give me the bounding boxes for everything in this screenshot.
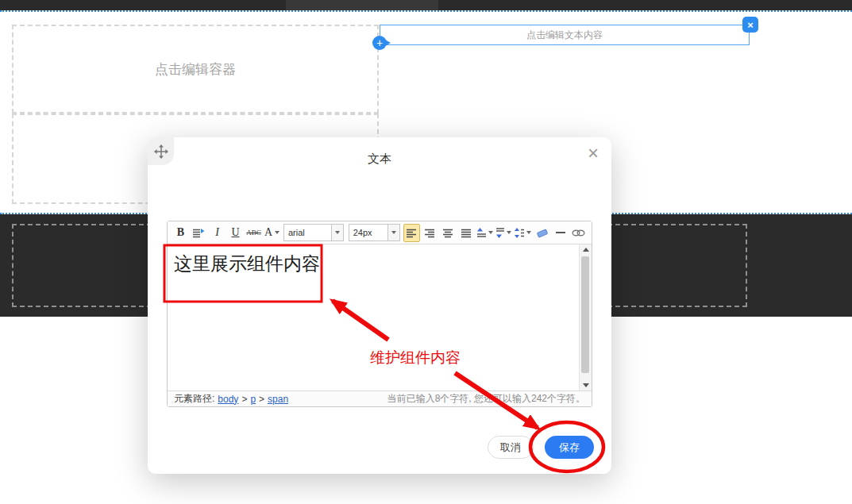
element-path: 元素路径: body > p > span	[174, 392, 288, 406]
paragraph-spacing-top-icon	[477, 228, 486, 238]
horizontal-rule-button[interactable]	[552, 224, 569, 242]
caret-down-icon	[526, 231, 531, 234]
scroll-up-button[interactable]	[580, 244, 592, 255]
save-button[interactable]: 保存	[545, 436, 594, 459]
link-icon	[572, 229, 585, 237]
indent-icon	[193, 228, 205, 238]
justify-button[interactable]	[458, 224, 475, 242]
align-right-icon	[425, 228, 435, 238]
horizontal-rule-icon	[556, 232, 565, 233]
text-edit-dialog: 文本 × 内容编辑 B I U ABC A arial 24px	[148, 137, 611, 474]
rich-text-editor: B I U ABC A arial 24px	[167, 221, 592, 407]
dialog-close-button[interactable]: ×	[588, 144, 599, 163]
cancel-button[interactable]: 取消	[488, 436, 534, 459]
add-button-pointer	[385, 40, 391, 46]
text-element-placeholder: 点击编辑文本内容	[526, 29, 603, 42]
font-color-button[interactable]: A	[264, 224, 280, 242]
paragraph-spacing-bottom-icon	[496, 228, 505, 238]
editor-toolbar: B I U ABC A arial 24px	[168, 221, 592, 244]
paragraph-spacing-top-button[interactable]	[476, 224, 494, 242]
font-family-select[interactable]: arial	[283, 224, 344, 241]
editor-statusbar: 元素路径: body > p > span 当前已输入8个字符, 您还可以输入2…	[168, 391, 592, 406]
strikethrough-button[interactable]: ABC	[245, 224, 262, 242]
container-element[interactable]: 点击编辑容器	[12, 25, 379, 113]
align-left-button[interactable]	[403, 224, 420, 242]
line-height-icon	[515, 228, 524, 238]
eraser-icon	[536, 228, 549, 238]
align-right-button[interactable]	[422, 224, 438, 242]
editor-content-area[interactable]: 这里展示组件内容	[168, 244, 592, 391]
dialog-title: 文本	[148, 152, 611, 167]
editor-content-text[interactable]: 这里展示组件内容	[168, 244, 592, 283]
paragraph-spacing-bottom-button[interactable]	[495, 224, 513, 242]
triangle-up-icon	[583, 248, 589, 252]
section-divider-top	[0, 10, 852, 12]
text-element[interactable]: 点击编辑文本内容	[380, 25, 750, 45]
remove-format-button[interactable]	[534, 224, 550, 242]
italic-button[interactable]: I	[209, 224, 226, 242]
triangle-down-icon	[583, 383, 589, 387]
editor-scrollbar[interactable]	[579, 244, 592, 391]
link-button[interactable]	[570, 224, 587, 242]
align-left-icon	[407, 228, 417, 238]
justify-icon	[461, 228, 472, 238]
caret-down-icon	[488, 231, 493, 234]
delete-element-button[interactable]: ×	[742, 17, 758, 33]
caret-down-icon	[387, 225, 399, 240]
scroll-down-button[interactable]	[580, 380, 592, 391]
top-bar-highlight	[286, 0, 438, 10]
caret-down-icon	[275, 231, 280, 234]
caret-down-icon	[507, 231, 511, 234]
path-link-span[interactable]: span	[268, 394, 288, 405]
path-link-body[interactable]: body	[218, 394, 238, 405]
bold-button[interactable]: B	[172, 224, 189, 242]
path-link-p[interactable]: p	[250, 394, 256, 405]
top-section-bar	[0, 0, 852, 10]
underline-button[interactable]: U	[227, 224, 244, 242]
align-center-icon	[443, 228, 453, 238]
scrollbar-thumb[interactable]	[581, 256, 589, 373]
font-size-select[interactable]: 24px	[349, 224, 400, 241]
align-center-button[interactable]	[440, 224, 457, 242]
line-height-button[interactable]	[514, 224, 532, 242]
caret-down-icon	[331, 225, 343, 240]
element-path-label: 元素路径:	[174, 392, 214, 406]
container-placeholder-label: 点击编辑容器	[155, 60, 236, 79]
char-count-label: 当前已输入8个字符, 您还可以输入242个字符。	[387, 392, 585, 406]
indent-button[interactable]	[191, 224, 207, 242]
